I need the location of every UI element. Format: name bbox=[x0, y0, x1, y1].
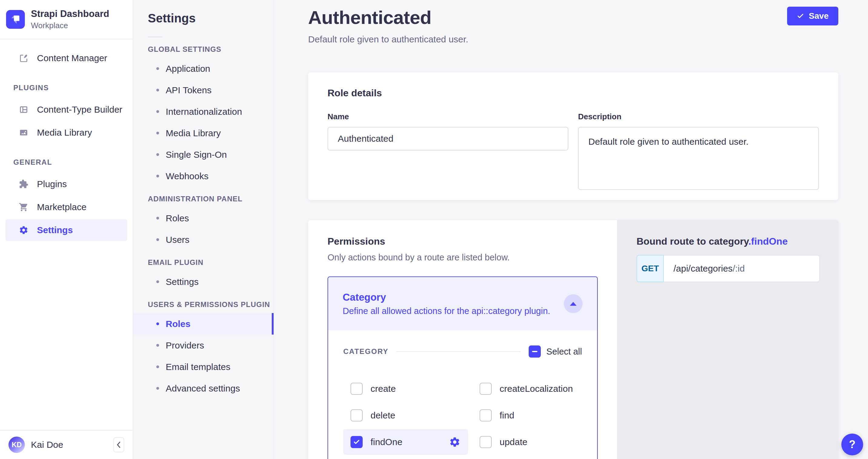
check-icon bbox=[797, 12, 804, 20]
accordion-title: Category bbox=[343, 292, 550, 303]
subnav-item-advanced-settings[interactable]: Advanced settings bbox=[133, 378, 274, 399]
select-all-label: Select all bbox=[546, 347, 582, 357]
permissions-subtitle: Only actions bound by a route are listed… bbox=[328, 253, 598, 262]
find-checkbox[interactable] bbox=[479, 409, 492, 422]
accordion-description: Define all allowed actions for the api::… bbox=[343, 306, 550, 316]
permission-cell-createlocalization: createLocalization bbox=[472, 376, 582, 401]
sidebar-item-marketplace[interactable]: Marketplace bbox=[5, 196, 127, 218]
bullet-icon bbox=[156, 281, 159, 283]
permission-cell-findone: findOne bbox=[343, 429, 468, 455]
sidebar-item-media-library[interactable]: Media Library bbox=[5, 122, 127, 143]
permissions-grid: create createLocalization delete bbox=[343, 376, 582, 455]
findone-settings-gear-button[interactable] bbox=[449, 436, 461, 448]
route-path: /api/categories/:id bbox=[664, 255, 820, 282]
subnav-section-users-permissions-plugin: USERS & PERMISSIONS PLUGIN Roles Provide… bbox=[133, 300, 274, 399]
collapse-accordion-button[interactable] bbox=[564, 294, 583, 313]
bullet-icon bbox=[156, 89, 159, 92]
sidebar-item-content-manager[interactable]: Content Manager bbox=[5, 47, 127, 69]
subnav-section-label: GLOBAL SETTINGS bbox=[148, 45, 274, 54]
main-sidebar: Strapi Dashboard Workplace Content Manag… bbox=[0, 0, 133, 459]
create-checkbox[interactable] bbox=[350, 383, 363, 395]
subnav-item-internationalization[interactable]: Internationalization bbox=[133, 101, 274, 122]
user-name: Kai Doe bbox=[31, 439, 113, 450]
marketplace-icon bbox=[19, 202, 29, 212]
workspace-subtitle: Workplace bbox=[31, 21, 109, 30]
subnav-item-application[interactable]: Application bbox=[133, 58, 274, 79]
bullet-icon bbox=[156, 387, 159, 390]
strapi-logo-icon bbox=[6, 10, 25, 29]
category-accordion-body: CATEGORY Select all create bbox=[328, 330, 597, 455]
chevron-up-icon bbox=[570, 302, 577, 306]
permission-cell-update: update bbox=[472, 429, 582, 455]
name-field-group: Name bbox=[328, 112, 568, 191]
sidebar-footer: KD Kai Doe bbox=[0, 430, 133, 459]
media-library-icon bbox=[19, 128, 29, 137]
subnav-item-email-settings[interactable]: Settings bbox=[133, 271, 274, 293]
subnav-item-up-roles[interactable]: Roles bbox=[133, 313, 274, 334]
category-accordion-header[interactable]: Category Define all allowed actions for … bbox=[328, 277, 597, 330]
description-label: Description bbox=[578, 112, 819, 122]
subnav-section-label: EMAIL PLUGIN bbox=[148, 258, 274, 267]
subnav-item-api-tokens[interactable]: API Tokens bbox=[133, 79, 274, 101]
subnav-section-label: ADMINISTRATION PANEL bbox=[148, 195, 274, 203]
subnav-section-label: USERS & PERMISSIONS PLUGIN bbox=[148, 300, 274, 309]
permissions-section: Permissions Only actions bound by a rout… bbox=[308, 220, 838, 459]
delete-checkbox[interactable] bbox=[350, 409, 363, 422]
subnav-section-email-plugin: EMAIL PLUGIN Settings bbox=[133, 258, 274, 293]
chevron-left-icon bbox=[116, 441, 121, 448]
sidebar-item-content-type-builder[interactable]: Content-Type Builder bbox=[5, 99, 127, 121]
createlocalization-checkbox[interactable] bbox=[479, 383, 492, 395]
bullet-icon bbox=[156, 132, 159, 134]
sidebar-item-label: Plugins bbox=[37, 179, 67, 189]
http-method-badge: GET bbox=[637, 255, 664, 282]
main-content: Authenticated Default role given to auth… bbox=[274, 0, 868, 459]
subnav-item-single-sign-on[interactable]: Single Sign-On bbox=[133, 144, 274, 165]
description-field-group: Description Default role given to authen… bbox=[578, 112, 819, 191]
group-divider-line bbox=[396, 351, 521, 352]
content-type-builder-icon bbox=[19, 105, 29, 114]
name-label: Name bbox=[328, 112, 568, 122]
role-details-card: Role details Name Description Default ro… bbox=[308, 72, 838, 200]
content-manager-icon bbox=[19, 53, 29, 63]
gear-icon bbox=[449, 436, 461, 448]
collapse-sidebar-button[interactable] bbox=[113, 437, 124, 452]
workspace-brand[interactable]: Strapi Dashboard Workplace bbox=[0, 0, 133, 39]
sidebar-section-plugins: PLUGINS bbox=[13, 84, 133, 92]
description-textarea[interactable]: Default role given to authenticated user… bbox=[578, 127, 819, 190]
permission-cell-find: find bbox=[472, 402, 582, 428]
check-icon bbox=[353, 439, 360, 446]
sidebar-item-label: Marketplace bbox=[37, 202, 86, 212]
sidebar-item-plugins[interactable]: Plugins bbox=[5, 173, 127, 195]
select-all-checkbox[interactable] bbox=[529, 346, 541, 358]
subnav-divider bbox=[148, 37, 162, 37]
sidebar-item-label: Media Library bbox=[37, 128, 92, 138]
strapi-logo-glyph bbox=[8, 12, 23, 26]
sidebar-item-settings[interactable]: Settings bbox=[5, 219, 127, 241]
subnav-item-providers[interactable]: Providers bbox=[133, 334, 274, 356]
update-checkbox[interactable] bbox=[479, 436, 492, 448]
save-button[interactable]: Save bbox=[787, 7, 838, 26]
sidebar-section-general: GENERAL bbox=[13, 158, 133, 166]
bullet-icon bbox=[156, 175, 159, 177]
user-avatar[interactable]: KD bbox=[8, 436, 25, 453]
name-input[interactable] bbox=[328, 127, 568, 151]
bound-route-panel: Bound route to category.findOne GET /api… bbox=[617, 220, 838, 459]
route-display: GET /api/categories/:id bbox=[637, 255, 820, 282]
bullet-icon bbox=[156, 110, 159, 113]
subnav-item-admin-roles[interactable]: Roles bbox=[133, 207, 274, 229]
help-button[interactable]: ? bbox=[841, 433, 863, 455]
bound-route-action: .findOne bbox=[748, 236, 788, 247]
bound-route-title: Bound route to category.findOne bbox=[637, 236, 820, 247]
subnav-section-global-settings: GLOBAL SETTINGS Application API Tokens I… bbox=[133, 45, 274, 187]
bullet-icon bbox=[156, 67, 159, 70]
subnav-item-email-templates[interactable]: Email templates bbox=[133, 356, 274, 378]
subnav-item-admin-users[interactable]: Users bbox=[133, 229, 274, 251]
sidebar-menu: Content Manager PLUGINS Content-Type Bui… bbox=[0, 39, 133, 430]
subnav-item-webhooks[interactable]: Webhooks bbox=[133, 165, 274, 187]
role-details-fields: Name Description Default role given to a… bbox=[328, 112, 819, 191]
findone-checkbox[interactable] bbox=[350, 436, 363, 448]
brand-text: Strapi Dashboard Workplace bbox=[31, 8, 109, 30]
bullet-icon bbox=[156, 217, 159, 220]
app-root: Strapi Dashboard Workplace Content Manag… bbox=[0, 0, 868, 459]
subnav-item-media-library[interactable]: Media Library bbox=[133, 122, 274, 144]
